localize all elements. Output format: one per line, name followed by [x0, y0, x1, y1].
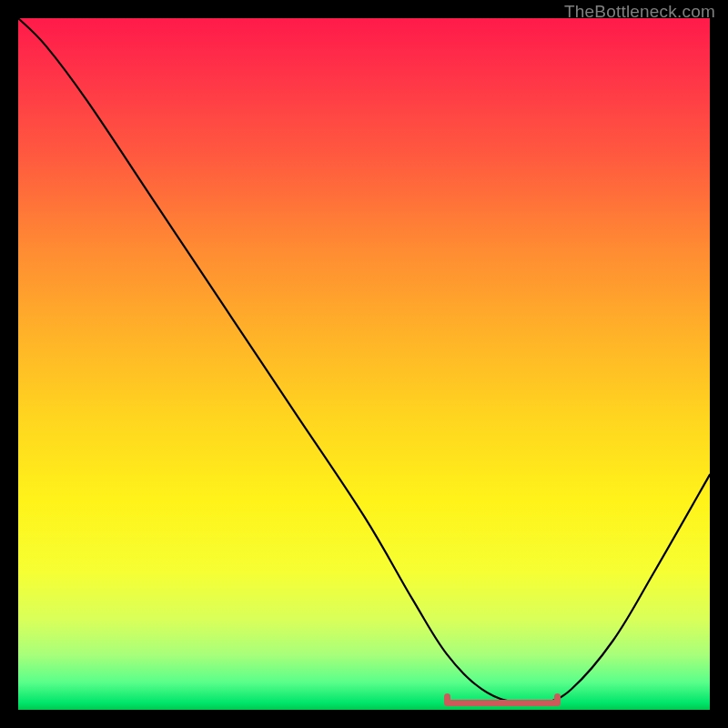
- optimal-band-cap-left: [444, 693, 450, 706]
- bottleneck-curve: [18, 18, 710, 710]
- optimal-band-marker: [447, 700, 558, 706]
- chart-frame: TheBottleneck.com: [18, 18, 710, 710]
- optimal-band-cap-right: [554, 693, 561, 706]
